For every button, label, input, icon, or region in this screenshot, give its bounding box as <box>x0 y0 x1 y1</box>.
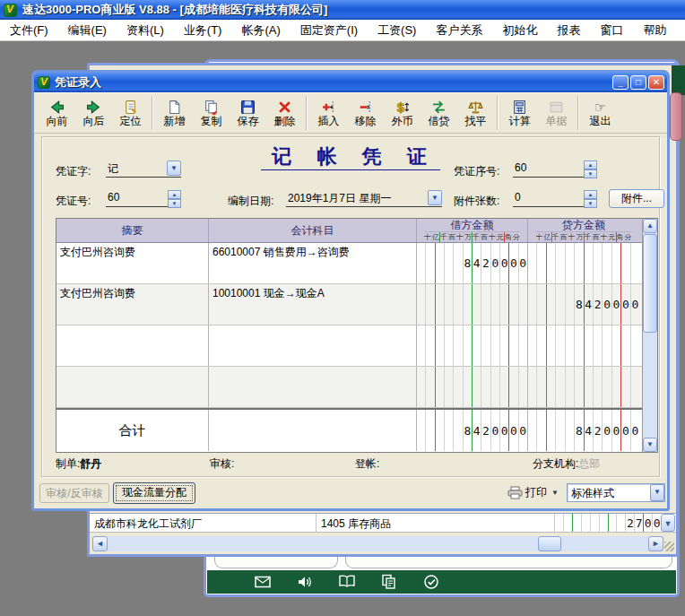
summary-cell[interactable]: 支付巴州咨询费 <box>56 243 209 283</box>
menu-item-business[interactable]: 业务(T) <box>174 20 232 40</box>
attach-count-spinner[interactable]: 0 ▲▼ <box>513 190 597 207</box>
amount-digit-cell[interactable] <box>603 243 611 283</box>
amount-digit-cell[interactable] <box>594 367 603 407</box>
amount-digit-cell[interactable] <box>547 284 556 325</box>
amount-digit-cell[interactable] <box>594 243 603 283</box>
amount-digit-cell[interactable] <box>603 325 611 366</box>
account-cell[interactable]: 66010007 销售费用→咨询费 <box>209 243 417 283</box>
amount-digit-cell[interactable] <box>426 367 435 407</box>
amount-digit-cell[interactable] <box>528 367 537 407</box>
amount-digit-cell[interactable] <box>609 514 618 532</box>
summary-cell[interactable] <box>56 367 209 407</box>
amount-digit-cell[interactable] <box>417 284 426 325</box>
amount-digit-cell[interactable]: 0 <box>631 284 639 325</box>
copy-pages-icon[interactable] <box>380 573 398 591</box>
menu-item-payroll[interactable]: 工资(S) <box>368 20 426 40</box>
spinner-arrows-icon[interactable]: ▲▼ <box>168 190 181 206</box>
amount-digit-cell[interactable] <box>566 325 575 366</box>
amount-digit-cell[interactable] <box>436 243 445 283</box>
voucher-word-combo[interactable]: 记 ▼ <box>106 161 181 178</box>
menu-item-file[interactable]: 文件(F) <box>0 20 58 40</box>
account-cell[interactable] <box>209 367 417 407</box>
debit-cell[interactable] <box>417 284 528 325</box>
amount-digit-cell[interactable] <box>445 410 454 451</box>
speaker-icon[interactable] <box>296 573 314 591</box>
amount-digit-cell[interactable]: 0 <box>519 410 527 451</box>
amount-digit-cell[interactable] <box>556 367 565 407</box>
scroll-up-icon[interactable]: ▲ <box>643 219 657 233</box>
amount-digit-cell[interactable]: 2 <box>481 243 490 283</box>
chevron-down-icon[interactable]: ▼ <box>650 484 664 501</box>
amount-digit-cell[interactable] <box>612 367 621 407</box>
amount-digit-cell[interactable]: 4 <box>473 243 481 283</box>
amount-digit-cell[interactable]: 0 <box>612 284 621 325</box>
amount-digit-cell[interactable] <box>631 367 639 407</box>
date-combo[interactable]: 2019年1月7日 星期一 ▼ <box>286 190 442 207</box>
toolbar-button-loan[interactable]: 借贷 <box>421 94 457 132</box>
amount-digit-cell[interactable] <box>582 514 591 532</box>
amount-digit-cell[interactable]: 8 <box>575 410 584 451</box>
amount-digit-cell[interactable]: 0 <box>603 410 611 451</box>
amount-digit-cell[interactable] <box>575 367 584 407</box>
amount-digit-cell[interactable] <box>564 514 573 532</box>
amount-digit-cell[interactable] <box>566 410 575 451</box>
amount-digit-cell[interactable] <box>528 410 537 451</box>
amount-digit-cell[interactable] <box>500 367 509 407</box>
toolbar-button-delete[interactable]: 删除 <box>266 94 303 132</box>
amount-digit-cell[interactable] <box>585 243 594 283</box>
scrollbar-thumb[interactable] <box>643 234 657 333</box>
amount-digit-cell[interactable] <box>575 243 584 283</box>
amount-digit-cell[interactable]: 0 <box>603 284 611 325</box>
amount-digit-cell[interactable] <box>547 410 556 451</box>
amount-digit-cell[interactable] <box>454 243 463 283</box>
amount-digit-cell[interactable] <box>556 325 565 366</box>
amount-digit-cell[interactable] <box>464 325 473 366</box>
print-style-combo[interactable]: 标准样式 ▼ <box>567 483 665 502</box>
maximize-button[interactable]: □ <box>630 75 646 90</box>
scroll-right-icon[interactable]: ► <box>648 536 663 551</box>
amount-digit-cell[interactable] <box>500 284 509 325</box>
amount-digit-cell[interactable] <box>566 367 575 407</box>
vertical-scrollbar[interactable]: ▲ ▼ <box>642 219 657 452</box>
amount-digit-cell[interactable]: 4 <box>585 410 594 451</box>
amount-digit-cell[interactable] <box>417 243 426 283</box>
account-cell[interactable]: 10010001 现金→现金A <box>209 284 417 325</box>
amount-digit-cell[interactable] <box>631 243 639 283</box>
amount-digit-cell[interactable] <box>519 367 527 407</box>
amount-digit-cell[interactable] <box>417 367 426 407</box>
toolbar-button-back[interactable]: 向前 <box>39 94 75 132</box>
credit-cell[interactable] <box>528 367 639 407</box>
amount-digit-cell[interactable] <box>481 325 490 366</box>
credit-cell[interactable] <box>528 325 639 366</box>
amount-digit-cell[interactable] <box>445 243 454 283</box>
amount-digit-cell[interactable]: 4 <box>473 410 481 451</box>
amount-digit-cell[interactable]: 0 <box>653 514 661 532</box>
account-cell[interactable] <box>209 325 417 366</box>
item-cell[interactable]: 1405 库存商品 <box>316 514 555 532</box>
amount-digit-cell[interactable] <box>481 367 490 407</box>
menu-item-help[interactable]: 帮助 <box>633 20 676 40</box>
debit-cell[interactable] <box>417 367 528 407</box>
amount-digit-cell[interactable] <box>621 243 630 283</box>
amount-digit-cell[interactable] <box>509 367 518 407</box>
amount-digit-cell[interactable] <box>575 325 584 366</box>
amount-digit-cell[interactable] <box>617 514 626 532</box>
amount-digit-cell[interactable] <box>473 284 481 325</box>
amount-digit-cell[interactable] <box>426 325 435 366</box>
toolbar-button-exit[interactable]: ☞退出 <box>582 94 619 132</box>
amount-digit-cell[interactable] <box>566 243 575 283</box>
amount-digit-cell[interactable] <box>594 325 603 366</box>
amount-digit-cell[interactable] <box>500 325 509 366</box>
amount-digit-cell[interactable] <box>445 325 454 366</box>
amount-digit-cell[interactable]: 2 <box>594 410 603 451</box>
clock-check-icon[interactable] <box>422 573 440 591</box>
amount-digit-cell[interactable] <box>585 367 594 407</box>
amount-digit-cell[interactable] <box>612 325 621 366</box>
amount-digit-cell[interactable] <box>621 367 630 407</box>
amount-digit-cell[interactable] <box>464 284 473 325</box>
amount-digit-cell[interactable] <box>566 284 575 325</box>
chevron-down-icon[interactable]: ▼ <box>167 161 181 176</box>
background-amount-cell[interactable]: 2700 <box>555 514 661 532</box>
amount-digit-cell[interactable] <box>591 514 600 532</box>
amount-digit-cell[interactable] <box>491 325 500 366</box>
